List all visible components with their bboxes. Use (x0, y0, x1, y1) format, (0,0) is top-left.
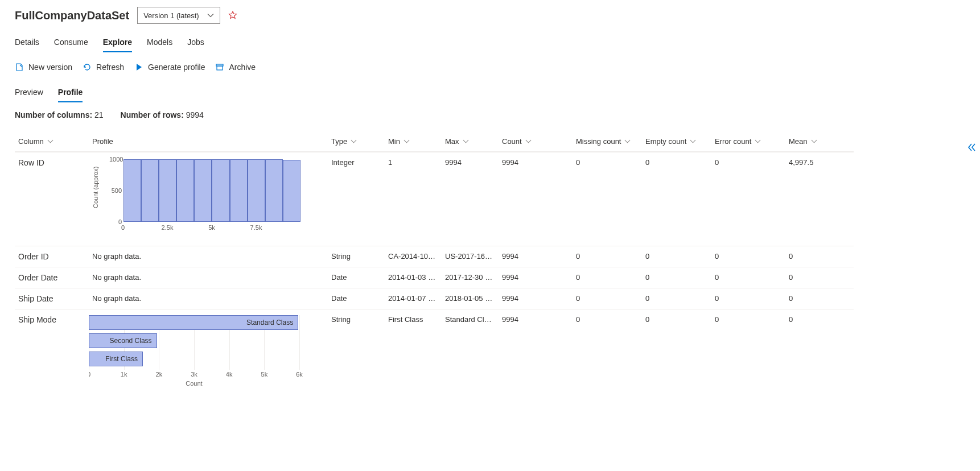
histogram-bar (194, 159, 212, 222)
refresh-button[interactable]: Refresh (83, 63, 124, 72)
toolbar: New version Refresh Generate profile Arc… (15, 63, 965, 72)
cell-max: 2018-01-05 0… (442, 288, 499, 308)
column-header-max[interactable]: Max (442, 131, 499, 152)
cell-count: 9994 (499, 309, 573, 329)
histogram-bar (176, 159, 194, 222)
cell-error: 0 (711, 267, 785, 287)
cell-error: 0 (711, 152, 785, 172)
cell-missing: 0 (573, 309, 642, 329)
chevron-down-icon (463, 138, 469, 144)
chart-ytick: 1000 (109, 156, 122, 163)
histogram-bar (159, 159, 176, 222)
cell-missing: 0 (573, 288, 642, 308)
profile-table-scroll[interactable]: ColumnProfileTypeMinMaxCountMissing coun… (15, 131, 965, 449)
new-version-button[interactable]: New version (15, 63, 72, 72)
cell-type: Date (328, 288, 385, 308)
column-header-count[interactable]: Count (499, 131, 573, 152)
column-header-type[interactable]: Type (328, 131, 385, 152)
chevron-down-icon (47, 138, 53, 144)
chart-xtick: 6k (296, 371, 303, 378)
generate-profile-button[interactable]: Generate profile (134, 63, 205, 72)
chart-xtick: 1k (121, 371, 127, 378)
histogram-bar (265, 159, 283, 222)
histogram-chart: Count (approx)0500100002.5k5k7.5k (89, 157, 311, 237)
cols-label: Number of columns: (15, 110, 92, 119)
chevron-down-icon (403, 138, 410, 144)
histogram-bar (141, 159, 159, 222)
cell-type: Date (328, 267, 385, 287)
cell-error: 0 (711, 309, 785, 329)
cell-column: Ship Date (15, 288, 89, 309)
column-header-empty-count[interactable]: Empty count (642, 131, 711, 152)
tab-consume[interactable]: Consume (54, 34, 88, 52)
cell-column: Row ID (15, 152, 89, 173)
chart-ylabel: Count (approx) (92, 167, 99, 208)
cell-min: CA-2014-100… (385, 246, 442, 266)
favorite-star-button[interactable] (228, 11, 237, 20)
chevron-down-icon (351, 138, 357, 144)
column-header-min[interactable]: Min (385, 131, 442, 152)
version-select-label: Version 1 (latest) (143, 11, 199, 20)
chevron-down-icon (207, 12, 214, 19)
cell-profile: No graph data. (89, 267, 328, 287)
archive-label: Archive (229, 63, 256, 72)
chart-xtick: 0 (89, 371, 90, 378)
tab-models[interactable]: Models (147, 34, 172, 52)
new-version-icon (15, 63, 24, 72)
subtab-preview[interactable]: Preview (15, 84, 43, 102)
chevron-down-icon (811, 138, 817, 144)
generate-profile-label: Generate profile (148, 63, 205, 72)
cell-count: 9994 (499, 152, 573, 172)
category-bar: First Class (89, 352, 143, 366)
rows-value: 9994 (186, 110, 204, 119)
cell-empty: 0 (642, 309, 711, 329)
chart-xtick: 7.5k (250, 224, 262, 231)
chart-xtick: 5k (208, 224, 215, 231)
histogram-bar (283, 160, 300, 222)
refresh-icon (83, 63, 92, 72)
version-select[interactable]: Version 1 (latest) (137, 7, 220, 24)
category-bar-chart: Standard ClassSecond ClassFirst Class01k… (89, 314, 299, 388)
cell-min: 2014-01-07 0… (385, 288, 442, 308)
cell-max: 2017-12-30 0… (442, 267, 499, 287)
chart-xtick: 3k (191, 371, 197, 378)
column-header-mean[interactable]: Mean (785, 131, 854, 152)
cell-profile: Count (approx)0500100002.5k5k7.5k (89, 152, 328, 246)
histogram-bar (123, 159, 141, 222)
archive-button[interactable]: Archive (215, 63, 256, 72)
cell-type: String (328, 309, 385, 329)
tab-explore[interactable]: Explore (103, 34, 132, 52)
cell-empty: 0 (642, 246, 711, 266)
tab-details[interactable]: Details (15, 34, 39, 52)
cell-empty: 0 (642, 267, 711, 287)
page-title: FullCompanyDataSet (15, 9, 129, 22)
refresh-label: Refresh (96, 63, 124, 72)
column-header-missing-count[interactable]: Missing count (573, 131, 642, 152)
cell-profile: No graph data. (89, 246, 328, 266)
column-header-column[interactable]: Column (15, 131, 89, 152)
cell-column: Order Date (15, 267, 89, 288)
column-header-error-count[interactable]: Error count (711, 131, 785, 152)
sub-tabs: Preview Profile (15, 84, 965, 102)
category-bar: Second Class (89, 333, 157, 348)
cell-max: US-2017-169… (442, 246, 499, 266)
cell-min: 1 (385, 152, 442, 172)
cell-mean: 0 (785, 309, 854, 329)
chevron-down-icon (755, 138, 761, 144)
chart-xtick: 2k (156, 371, 163, 378)
new-version-label: New version (28, 63, 72, 72)
chart-xlabel: Count (89, 380, 299, 387)
chart-xtick: 2.5k (162, 224, 174, 231)
cell-profile: No graph data. (89, 288, 328, 308)
subtab-profile[interactable]: Profile (58, 84, 83, 102)
cell-empty: 0 (642, 152, 711, 172)
cell-profile: Standard ClassSecond ClassFirst Class01k… (89, 309, 328, 397)
tab-jobs[interactable]: Jobs (187, 34, 204, 52)
histogram-bar (248, 159, 265, 222)
collapse-right-panel-button[interactable] (966, 142, 977, 154)
histogram-bar (212, 159, 229, 222)
category-bar: Standard Class (89, 315, 298, 330)
cell-mean: 0 (785, 288, 854, 308)
cell-error: 0 (711, 246, 785, 266)
column-header-profile[interactable]: Profile (89, 131, 328, 152)
